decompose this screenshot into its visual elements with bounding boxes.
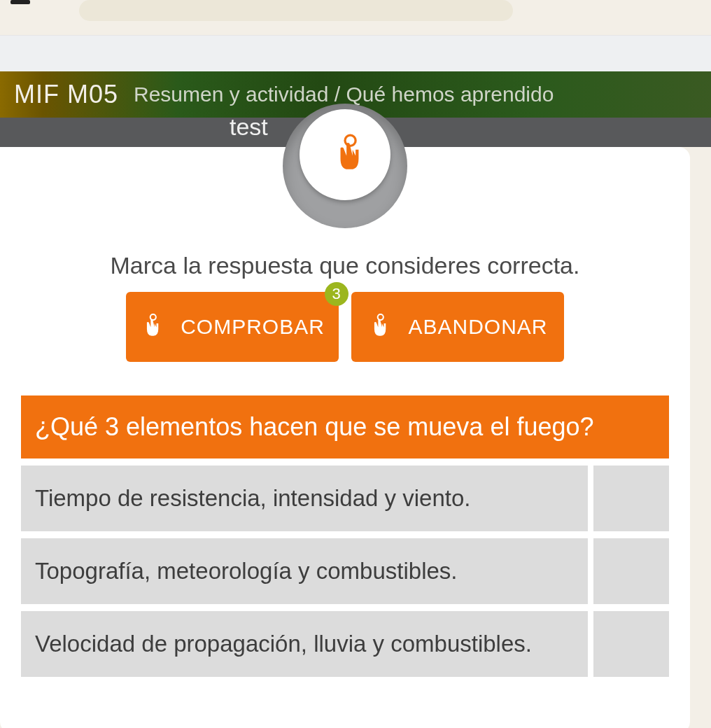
subtitle-bar: test Marca la respuesta que consideres c… bbox=[0, 118, 711, 147]
answer-check-cell[interactable] bbox=[593, 465, 669, 531]
top-app-bar bbox=[0, 0, 711, 35]
secondary-bar bbox=[0, 35, 711, 71]
svg-point-1 bbox=[150, 314, 156, 320]
search-pill[interactable] bbox=[79, 0, 513, 21]
tap-icon bbox=[367, 313, 387, 342]
answer-check-cell[interactable] bbox=[593, 611, 669, 677]
activity-badge bbox=[300, 109, 390, 200]
answer-row[interactable]: Tiempo de resistencia, intensidad y vien… bbox=[21, 465, 669, 531]
answer-check-cell[interactable] bbox=[593, 538, 669, 604]
check-button[interactable]: COMPROBAR 3 bbox=[126, 292, 339, 362]
course-code: MIF M05 bbox=[14, 80, 118, 109]
tap-icon bbox=[330, 133, 360, 176]
answer-text: Tiempo de resistencia, intensidad y vien… bbox=[21, 465, 588, 531]
abandon-button-label: ABANDONAR bbox=[408, 315, 547, 339]
answer-text: Velocidad de propagación, lluvia y combu… bbox=[21, 611, 588, 677]
page-subtitle: test bbox=[230, 113, 268, 141]
check-button-label: COMPROBAR bbox=[181, 315, 325, 339]
action-button-row: COMPROBAR 3 ABANDONAR bbox=[0, 292, 690, 362]
abandon-button[interactable]: ABANDONAR bbox=[351, 292, 564, 362]
question-prompt: ¿Qué 3 elementos hacen que se mueva el f… bbox=[21, 396, 669, 458]
quiz-card: Marca la respuesta que consideres correc… bbox=[0, 147, 690, 728]
answer-row[interactable]: Topografía, meteorología y combustibles. bbox=[21, 538, 669, 604]
question-block: ¿Qué 3 elementos hacen que se mueva el f… bbox=[21, 396, 669, 677]
breadcrumb[interactable]: Resumen y actividad / Qué hemos aprendid… bbox=[134, 83, 554, 106]
svg-point-2 bbox=[378, 314, 383, 320]
answer-row[interactable]: Velocidad de propagación, lluvia y combu… bbox=[21, 611, 669, 677]
attempts-badge: 3 bbox=[325, 282, 349, 306]
answer-text: Topografía, meteorología y combustibles. bbox=[21, 538, 588, 604]
activity-badge-ring bbox=[283, 104, 407, 228]
tap-icon bbox=[140, 313, 160, 342]
menu-icon[interactable] bbox=[10, 0, 30, 4]
